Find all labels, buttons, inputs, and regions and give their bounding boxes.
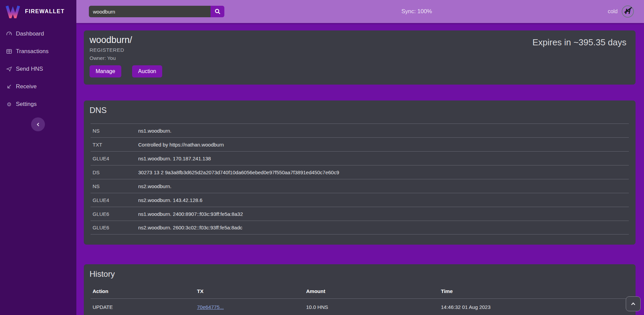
sidebar-item-receive[interactable]: Receive — [6, 82, 76, 91]
dns-record-row: DS 30273 13 2 9a3a8fb3d625d2a2073d740f10… — [91, 165, 629, 179]
search-bar — [89, 6, 224, 17]
search-icon — [215, 8, 221, 15]
sidebar-item-label: Settings — [16, 101, 36, 108]
dns-record-row: GLUE6 ns1.woodburn. 2400:8907::f03c:93ff… — [91, 207, 629, 221]
tx-link[interactable]: 70e64775... — [197, 304, 224, 310]
receive-arrow-icon — [6, 84, 12, 90]
dns-record-type: GLUE4 — [91, 156, 138, 161]
dns-title: DNS — [84, 105, 636, 115]
dns-record-type: NS — [91, 128, 138, 134]
wallet-selector[interactable]: cold H — [608, 0, 634, 23]
topbar: Sync: 100% cold H — [76, 0, 644, 23]
history-table: Action TX Amount Time UPDATE 70e64775...… — [91, 284, 629, 315]
wallet-name: cold — [608, 8, 618, 15]
history-card: History Action TX Amount Time UPDATE 70e… — [84, 264, 636, 315]
sidebar-item-label: Dashboard — [16, 30, 44, 37]
firewallet-logo-icon — [5, 5, 20, 18]
dns-record-value: Controlled by https://nathan.woodburn — [138, 142, 224, 148]
dns-record-row: GLUE6 ns2.woodburn. 2600:3c02::f03c:93ff… — [91, 221, 629, 234]
dns-record-value: ns1.woodburn. 170.187.241.138 — [138, 156, 211, 161]
brand: FIREWALLET — [0, 0, 76, 23]
dns-card: DNS NS ns1.woodburn. TXT Controlled by h… — [84, 100, 636, 245]
history-row: UPDATE 70e64775... 10.0 HNS 14:46:32 01 … — [91, 298, 629, 315]
main-content: woodburn/ REGISTERED Owner: You Manage A… — [76, 23, 644, 315]
sidebar-item-transactions[interactable]: Transactions — [6, 47, 76, 56]
sidebar-item-label: Transactions — [16, 48, 49, 55]
brand-name: FIREWALLET — [25, 8, 65, 15]
sync-status: Sync: 100% — [401, 0, 432, 23]
sidebar-item-send-hns[interactable]: Send HNS — [6, 64, 76, 74]
search-input[interactable] — [89, 6, 210, 17]
dns-record-value: ns2.woodburn. — [138, 183, 171, 189]
domain-owner: Owner: You — [90, 55, 630, 61]
history-col-amount: Amount — [304, 288, 439, 294]
sidebar-item-label: Receive — [16, 83, 36, 90]
dns-record-row: TXT Controlled by https://nathan.woodbur… — [91, 137, 629, 151]
dns-record-type: DS — [91, 170, 138, 175]
domain-card: woodburn/ REGISTERED Owner: You Manage A… — [84, 30, 636, 85]
dns-record-type: NS — [91, 183, 138, 189]
sidebar-item-settings[interactable]: ⚙ Settings — [6, 99, 76, 109]
dns-table: NS ns1.woodburn. TXT Controlled by https… — [91, 123, 629, 234]
search-button[interactable] — [210, 6, 224, 17]
domain-actions: Manage Auction — [90, 65, 630, 77]
sidebar-collapse-button[interactable] — [31, 117, 45, 131]
chevron-left-icon — [36, 122, 41, 127]
history-col-time: Time — [439, 288, 629, 294]
dns-record-row: NS ns1.woodburn. — [91, 123, 629, 137]
sidebar: FIREWALLET Dashboard Transactions — [0, 0, 76, 315]
history-amount: 10.0 HNS — [304, 304, 439, 310]
caret-up-icon — [630, 302, 636, 306]
history-header-row: Action TX Amount Time — [91, 284, 629, 298]
sidebar-nav: Dashboard Transactions Send HNS — [0, 23, 76, 109]
scroll-top-button[interactable] — [626, 296, 641, 311]
history-col-tx: TX — [195, 288, 304, 294]
dns-record-type: GLUE4 — [91, 197, 138, 203]
history-action: UPDATE — [91, 304, 195, 310]
history-time: 14:46:32 01 Aug 2023 — [439, 304, 629, 310]
dns-record-type: TXT — [91, 142, 138, 148]
handshake-logo-icon: H — [622, 5, 634, 18]
send-plane-icon — [6, 66, 12, 72]
history-title: History — [84, 269, 636, 279]
dns-record-value: ns1.woodburn. — [138, 128, 171, 134]
manage-button[interactable]: Manage — [90, 65, 121, 77]
dns-record-value: 30273 13 2 9a3a8fb3d625d2a2073d740f10da6… — [138, 170, 339, 175]
dns-record-value: ns2.woodburn. 2600:3c02::f03c:93ff:fe5a:… — [138, 225, 242, 230]
dns-record-row: GLUE4 ns1.woodburn. 170.187.241.138 — [91, 151, 629, 165]
dashboard-gauge-icon — [6, 31, 12, 37]
domain-status: REGISTERED — [90, 47, 630, 53]
history-col-action: Action — [91, 288, 195, 294]
dns-record-row: GLUE4 ns2.woodburn. 143.42.128.6 — [91, 193, 629, 207]
auction-button[interactable]: Auction — [132, 65, 162, 77]
gear-icon: ⚙ — [6, 101, 12, 107]
table-icon — [6, 48, 12, 54]
dns-record-row: NS ns2.woodburn. — [91, 179, 629, 193]
domain-expiry: Expires in ~395.35 days — [532, 37, 626, 48]
sidebar-item-dashboard[interactable]: Dashboard — [6, 29, 76, 39]
dns-record-value: ns2.woodburn. 143.42.128.6 — [138, 197, 202, 203]
dns-record-type: GLUE6 — [91, 211, 138, 217]
dns-record-value: ns1.woodburn. 2400:8907::f03c:93ff:fe5a:… — [138, 211, 243, 217]
dns-record-type: GLUE6 — [91, 225, 138, 230]
sidebar-item-label: Send HNS — [16, 66, 43, 72]
